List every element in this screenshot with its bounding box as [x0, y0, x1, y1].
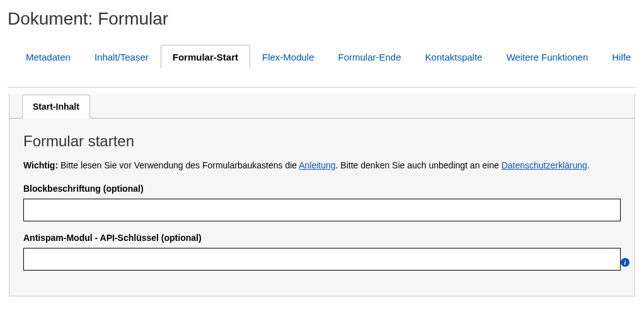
input-blockbeschriftung[interactable]	[23, 199, 621, 221]
tab-formular-ende[interactable]: Formular-Ende	[326, 45, 413, 69]
sub-tab-bar: Start-Inhalt	[9, 94, 635, 119]
tab-inhalt-teaser[interactable]: Inhalt/Teaser	[83, 45, 161, 69]
sub-tab-start-inhalt[interactable]: Start-Inhalt	[22, 95, 90, 119]
main-tab-bar: Metadaten Inhalt/Teaser Formular-Start F…	[8, 44, 636, 68]
tab-formular-start[interactable]: Formular-Start	[161, 45, 250, 69]
notice-part1: Bitte lesen Sie vor Verwendung des Formu…	[58, 160, 299, 170]
tab-flex-module[interactable]: Flex-Module	[250, 45, 326, 69]
link-datenschutz[interactable]: Datenschutzerklärung	[502, 160, 587, 170]
tab-hilfe[interactable]: Hilfe	[600, 45, 643, 69]
info-icon[interactable]: i	[621, 258, 630, 267]
notice-part3: .	[587, 160, 590, 170]
notice-text: Wichtig: Bitte lesen Sie vor Verwendung …	[23, 159, 621, 172]
field-blockbeschriftung: Blockbeschriftung (optional)	[23, 184, 621, 221]
tab-kontaktspalte[interactable]: Kontaktspalte	[413, 45, 495, 69]
section-title: Formular starten	[23, 132, 621, 150]
input-antispam[interactable]	[23, 248, 621, 271]
tab-weitere-funktionen[interactable]: Weitere Funktionen	[494, 45, 600, 69]
page-title: Dokument: Formular	[8, 9, 636, 29]
field-antispam: Antispam-Modul - API-Schlüssel (optional…	[23, 233, 621, 271]
notice-part2: . Bitte denken Sie auch unbedingt an ein…	[336, 160, 502, 170]
tab-metadaten[interactable]: Metadaten	[14, 45, 83, 69]
label-antispam: Antispam-Modul - API-Schlüssel (optional…	[23, 233, 621, 243]
tab-divider	[8, 87, 636, 88]
notice-strong: Wichtig:	[23, 160, 58, 170]
label-blockbeschriftung: Blockbeschriftung (optional)	[23, 184, 621, 194]
content-panel: Start-Inhalt Formular starten Wichtig: B…	[9, 94, 635, 296]
link-anleitung[interactable]: Anleitung	[299, 160, 335, 170]
